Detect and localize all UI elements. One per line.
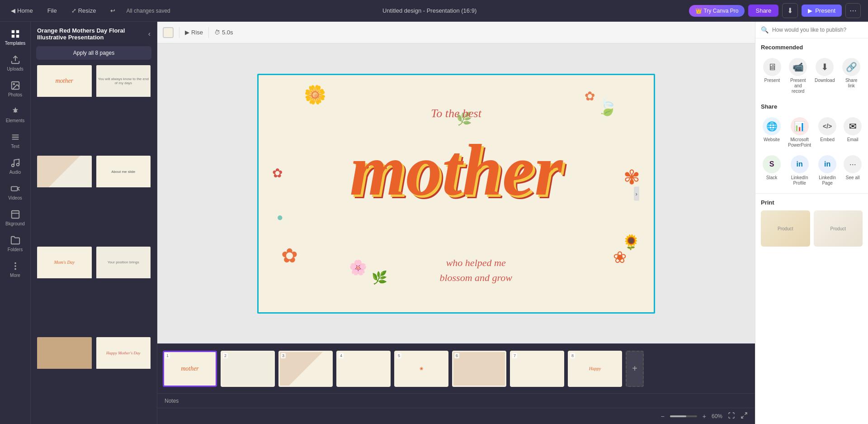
share-option-linkedin-profile[interactable]: in LinkedIn Profile [786, 153, 813, 188]
sidebar-item-videos[interactable]: Videos [2, 180, 29, 204]
sidebar-item-photos[interactable]: Photos [2, 77, 29, 101]
slide-thumb-6[interactable]: 6 [452, 351, 506, 387]
add-slide-button[interactable]: + [626, 351, 644, 387]
share-button[interactable]: Share [748, 5, 778, 17]
sidebar-item-background[interactable]: Bkground [2, 206, 29, 230]
resize-button[interactable]: ⤢ Resize [68, 5, 100, 16]
fit-screen-button[interactable] [728, 412, 735, 420]
more-label: ⋯ [849, 7, 857, 14]
recommended-title: Recommended [761, 44, 863, 51]
folder-icon [10, 235, 20, 245]
share-option-slack[interactable]: S Slack [761, 153, 783, 188]
sidebar-item-folders[interactable]: Folders [2, 232, 29, 256]
slide-thumb-5[interactable]: 5 ❀ [394, 351, 448, 387]
print-options: Product Product [761, 210, 863, 247]
audio-icon [10, 158, 20, 168]
fullscreen-button[interactable] [741, 412, 748, 420]
zoom-slider[interactable] [670, 415, 697, 417]
publish-option-present[interactable]: 🖥 Present [761, 56, 783, 96]
svg-point-9 [16, 163, 19, 166]
svg-rect-1 [16, 30, 19, 33]
present-button[interactable]: ▶ Present [802, 5, 842, 17]
share-option-linkedin-page[interactable]: in LinkedIn Page [816, 153, 838, 188]
website-label: Website [764, 137, 780, 143]
print-thumb-2[interactable]: Product [814, 210, 863, 247]
sidebar-item-text[interactable]: Text [2, 129, 29, 152]
recommended-section: Recommended 🖥 Present 📹 Present and reco… [755, 38, 868, 193]
try-pro-label: Try Canva Pro [704, 8, 739, 14]
template-thumb-3[interactable] [36, 155, 93, 243]
topbar-right: 👑 Try Canva Pro Share ⬇ ▶ Present ⋯ [689, 3, 861, 18]
transition-button[interactable]: ▶ Rise [185, 29, 203, 36]
fullscreen-icon [741, 412, 748, 419]
sidebar-item-audio[interactable]: Audio [2, 154, 29, 178]
share-option-powerpoint[interactable]: 📊 Microsoft PowerPoint [786, 115, 813, 150]
share-option-see-all[interactable]: ··· See all [842, 153, 863, 188]
slide-thumb-8[interactable]: 8 Happy [568, 351, 622, 387]
photo-icon [10, 81, 20, 91]
svg-rect-10 [11, 186, 17, 191]
template-grid: mother You will always know to the end o… [31, 64, 157, 424]
share-option-website[interactable]: 🌐 Website [761, 115, 783, 150]
circle-1: ● [277, 211, 283, 224]
see-all-icon: ··· [844, 155, 862, 173]
background-color-swatch[interactable] [163, 27, 174, 38]
topbar-center: Untitled design - Presentation (16:9) [178, 7, 682, 14]
slide-thumb-2[interactable]: 2 [221, 351, 275, 387]
template-thumb-5[interactable]: Mom's Day [36, 246, 93, 333]
template-thumb-1[interactable]: mother [36, 64, 93, 152]
slide-text-bottom-content: who helped me blossom and grow [439, 257, 512, 283]
sidebar-item-elements[interactable]: Elements [2, 103, 29, 127]
slack-label: Slack [766, 175, 777, 181]
document-title: Untitled design - Presentation (16:9) [382, 7, 476, 14]
slide-thumb-1[interactable]: 1 mother [163, 351, 217, 387]
template-thumb-2[interactable]: You will always know to the end of my da… [95, 64, 152, 152]
slide-num-4: 4 [339, 353, 344, 358]
share-section-title: Share [761, 103, 863, 110]
zoom-out-button[interactable]: − [661, 413, 665, 420]
slide-canvas[interactable]: 🌼 ✿ 🍃 ✿ 🌸 🌿 ❀ ✿ ✾ 🌿 🌻 ● To the best moth… [257, 74, 655, 314]
apply-all-button[interactable]: Apply all 8 pages [36, 46, 151, 60]
zoom-in-button[interactable]: + [703, 413, 706, 420]
collapse-panel-button[interactable]: ‹ [148, 30, 151, 38]
sidebar-item-uploads[interactable]: Uploads [2, 51, 29, 75]
template-thumb-4[interactable]: About me slide [95, 155, 152, 243]
embed-icon: </> [818, 117, 836, 135]
fit-screen-icon [728, 412, 735, 419]
share-option-embed[interactable]: </> Embed [816, 115, 838, 150]
template-thumb-6[interactable]: Your position brings [95, 246, 152, 333]
home-button[interactable]: ◀ Home [7, 5, 37, 16]
slide-thumb-4[interactable]: 4 [336, 351, 391, 387]
more-options-button[interactable]: ⋯ [845, 3, 861, 18]
file-button[interactable]: File [44, 5, 61, 16]
publish-search-input[interactable] [772, 27, 863, 33]
website-icon: 🌐 [763, 117, 781, 135]
svg-rect-11 [11, 211, 19, 219]
publish-option-download[interactable]: ⬇ Download [813, 56, 836, 96]
try-pro-button[interactable]: 👑 Try Canva Pro [689, 5, 745, 17]
print-thumb-1[interactable]: Product [761, 210, 810, 247]
publish-panel: 🔍 Recommended 🖥 Present 📹 Present and re… [755, 22, 868, 424]
slide-thumb-7[interactable]: 7 [510, 351, 564, 387]
templates-panel-title: Orange Red Mothers Day Floral Illustrati… [37, 27, 148, 41]
undo-icon: ↩ [110, 7, 115, 14]
slide-num-2: 2 [223, 353, 228, 358]
undo-button[interactable]: ↩ [107, 5, 119, 16]
saved-label: All changes saved [126, 8, 170, 14]
slide-thumb-3[interactable]: 3 [278, 351, 333, 387]
slide-num-1: 1 [165, 353, 170, 358]
publish-option-present-record[interactable]: 📹 Present and record [787, 56, 810, 96]
sidebar-item-templates[interactable]: Templates [2, 25, 29, 49]
template-thumb-8[interactable]: Happy Mother's Day [95, 336, 152, 424]
present-record-label: Present and record [789, 78, 808, 94]
svg-point-13 [14, 265, 16, 267]
template-thumb-7[interactable] [36, 336, 93, 424]
slide-num-5: 5 [396, 353, 401, 358]
download-button[interactable]: ⬇ [782, 3, 798, 18]
duration-button[interactable]: ⏱ 5.0s [214, 29, 233, 36]
sidebar-item-more[interactable]: More [2, 257, 29, 281]
share-option-email[interactable]: ✉ Email [842, 115, 863, 150]
collapse-right-button[interactable]: › [634, 186, 639, 200]
slide-text-main-content: mother [349, 130, 562, 210]
publish-option-share-link[interactable]: 🔗 Share link [840, 56, 863, 96]
